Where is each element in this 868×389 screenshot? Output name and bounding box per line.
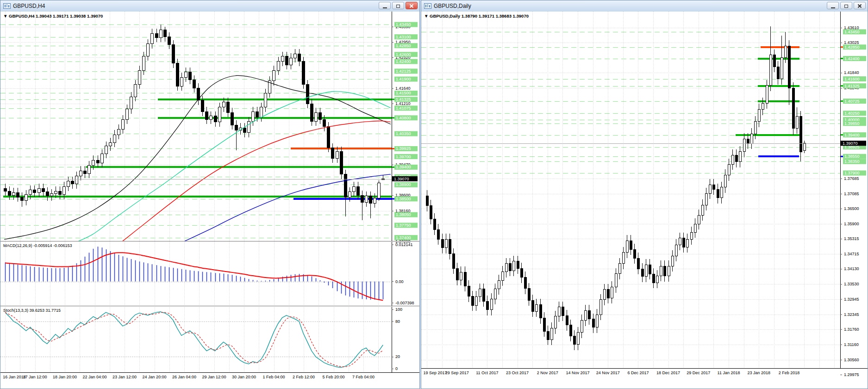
chart-icon: [424, 3, 431, 9]
svg-text:1.38550: 1.38550: [844, 154, 860, 159]
ohlc-readout: ▼ GBPUSD,H4 1.39043 1.39171 1.39038 1.39…: [3, 13, 103, 19]
minimize-icon: [831, 7, 835, 8]
window-title: GBPUSD,H4: [13, 3, 45, 9]
svg-text:1.38050: 1.38050: [396, 212, 411, 217]
svg-text:1.34715: 1.34715: [844, 252, 859, 256]
restore-button[interactable]: [840, 2, 852, 9]
svg-text:1.42400: 1.42400: [844, 56, 860, 61]
svg-text:6 Dec 2017: 6 Dec 2017: [627, 370, 649, 375]
svg-text:11 Oct 2017: 11 Oct 2017: [476, 370, 498, 375]
minimize-button[interactable]: [827, 2, 839, 9]
svg-text:0: 0: [395, 366, 398, 371]
svg-text:1.37750: 1.37750: [396, 223, 411, 228]
svg-text:1.42600: 1.42600: [396, 52, 411, 57]
svg-text:1.32945: 1.32945: [844, 297, 859, 302]
svg-text:1.40250: 1.40250: [844, 111, 860, 116]
close-icon: [409, 4, 414, 8]
svg-text:23 Jan 12:00: 23 Jan 12:00: [112, 375, 137, 379]
svg-text:29 Dec 2017: 29 Dec 2017: [687, 370, 710, 375]
svg-text:1.40725: 1.40725: [844, 99, 860, 104]
svg-text:1.39070: 1.39070: [394, 177, 409, 181]
svg-text:23 Oct 2017: 23 Oct 2017: [506, 370, 529, 375]
svg-text:7 Feb 04:00: 7 Feb 04:00: [352, 375, 375, 379]
svg-text:1.29975: 1.29975: [844, 372, 859, 377]
svg-text:1.37085: 1.37085: [844, 191, 859, 196]
svg-text:-0.007398: -0.007398: [395, 301, 414, 305]
svg-text:1.42125: 1.42125: [396, 69, 411, 74]
svg-text:1.40350: 1.40350: [396, 131, 411, 136]
svg-text:14 Nov 2017: 14 Nov 2017: [566, 370, 589, 375]
window-titlebar[interactable]: GBPUSD,H4: [0, 0, 419, 12]
svg-text:1.31760: 1.31760: [844, 327, 859, 332]
svg-text:1.39850: 1.39850: [844, 121, 860, 126]
chart-canvas-daily[interactable]: 1.436101.430251.418401.412401.376851.370…: [421, 12, 868, 389]
minimize-button[interactable]: [379, 2, 391, 9]
svg-text:2 Feb 12:00: 2 Feb 12:00: [293, 375, 315, 379]
svg-text:11 Jan 2018: 11 Jan 2018: [718, 370, 740, 375]
window-titlebar[interactable]: GBPUSD,Daily: [421, 0, 868, 12]
svg-text:29 Sep 2017: 29 Sep 2017: [445, 370, 469, 375]
minimize-icon: [383, 7, 387, 8]
svg-text:1.32345: 1.32345: [844, 312, 859, 317]
svg-text:24 Jan 20:00: 24 Jan 20:00: [142, 375, 166, 379]
svg-text:1.41840: 1.41840: [844, 70, 859, 75]
svg-text:18 Jan 20:00: 18 Jan 20:00: [53, 375, 77, 379]
ohlc-readout: ▼ GBPUSD,Daily 1.38790 1.39171 1.38683 1…: [424, 13, 529, 19]
mdi-workspace: GBPUSD,H4 1.433901.429501.425201.416401.…: [0, 0, 868, 389]
svg-text:18 Dec 2017: 18 Dec 2017: [656, 370, 680, 375]
svg-text:16 Jan 2018: 16 Jan 2018: [3, 375, 26, 379]
svg-text:80: 80: [395, 319, 400, 324]
svg-text:2 Feb 2018: 2 Feb 2018: [779, 370, 800, 375]
close-button[interactable]: [854, 2, 866, 9]
svg-text:1.42400: 1.42400: [396, 59, 411, 64]
chart-svg: 1.436101.430251.418401.412401.376851.370…: [421, 12, 868, 389]
svg-text:1.39400: 1.39400: [844, 133, 860, 137]
svg-text:1.39700: 1.39700: [396, 154, 411, 159]
svg-text:1.36500: 1.36500: [844, 206, 859, 211]
svg-text:30 Jan 20:00: 30 Jan 20:00: [232, 375, 256, 379]
restore-button[interactable]: [392, 2, 404, 9]
svg-text:29 Jan 12:00: 29 Jan 12:00: [202, 375, 226, 379]
svg-text:1.39925: 1.39925: [396, 146, 411, 151]
svg-text:1.41325: 1.41325: [844, 84, 860, 88]
svg-text:0.00: 0.00: [395, 279, 404, 284]
svg-text:1.43100: 1.43100: [396, 35, 411, 39]
svg-text:1.38500: 1.38500: [396, 197, 411, 201]
svg-text:22 Jan 04:00: 22 Jan 04:00: [82, 375, 106, 379]
svg-text:1.39400: 1.39400: [396, 165, 411, 169]
svg-text:1.30560: 1.30560: [844, 358, 859, 362]
restore-icon: [396, 5, 400, 8]
svg-text:1.39070: 1.39070: [843, 141, 858, 146]
restore-icon: [844, 5, 848, 8]
svg-text:1.37400: 1.37400: [396, 235, 411, 240]
svg-text:1.43450: 1.43450: [844, 30, 860, 34]
svg-text:100: 100: [395, 307, 402, 312]
svg-text:5 Feb 20:00: 5 Feb 20:00: [322, 375, 344, 379]
svg-text:1.40800: 1.40800: [396, 116, 411, 120]
svg-text:1.38900: 1.38900: [396, 182, 411, 187]
svg-text:1.43025: 1.43025: [844, 40, 859, 45]
svg-text:1.33530: 1.33530: [844, 282, 859, 286]
svg-text:19 Sep 2017: 19 Sep 2017: [423, 370, 447, 375]
svg-text:1.37900: 1.37900: [844, 171, 860, 175]
svg-text:1.41640: 1.41640: [395, 86, 411, 91]
stoch-label: Stoch(13,3,3) 39.6253 31.7715: [3, 308, 61, 313]
svg-text:1.34130: 1.34130: [844, 266, 859, 271]
macd-label: MACD(12,26,9) -0.005914 -0.006153: [3, 243, 72, 248]
chart-canvas-h4[interactable]: 1.433901.429501.425201.416401.412101.394…: [0, 12, 419, 389]
window-title: GBPUSD,Daily: [434, 3, 471, 9]
svg-text:23 Jan 2018: 23 Jan 2018: [747, 370, 770, 375]
svg-text:24 Nov 2017: 24 Nov 2017: [596, 370, 620, 375]
svg-text:17 Jan 12:00: 17 Jan 12:00: [23, 375, 47, 379]
svg-text:1.31160: 1.31160: [844, 342, 859, 347]
svg-text:26 Jan 04:00: 26 Jan 04:00: [172, 375, 196, 379]
close-button[interactable]: [406, 2, 418, 9]
close-icon: [857, 4, 862, 8]
chart-window-gbpusd-h4: GBPUSD,H4 1.433901.429501.425201.416401.…: [0, 0, 420, 389]
svg-text:1.42850: 1.42850: [844, 45, 860, 49]
svg-text:1.41900: 1.41900: [396, 77, 411, 81]
svg-text:0.012141: 0.012141: [395, 242, 413, 247]
svg-text:1.42850: 1.42850: [396, 43, 411, 48]
svg-text:1.35315: 1.35315: [844, 236, 859, 241]
svg-text:1 Feb 04:00: 1 Feb 04:00: [262, 375, 285, 379]
